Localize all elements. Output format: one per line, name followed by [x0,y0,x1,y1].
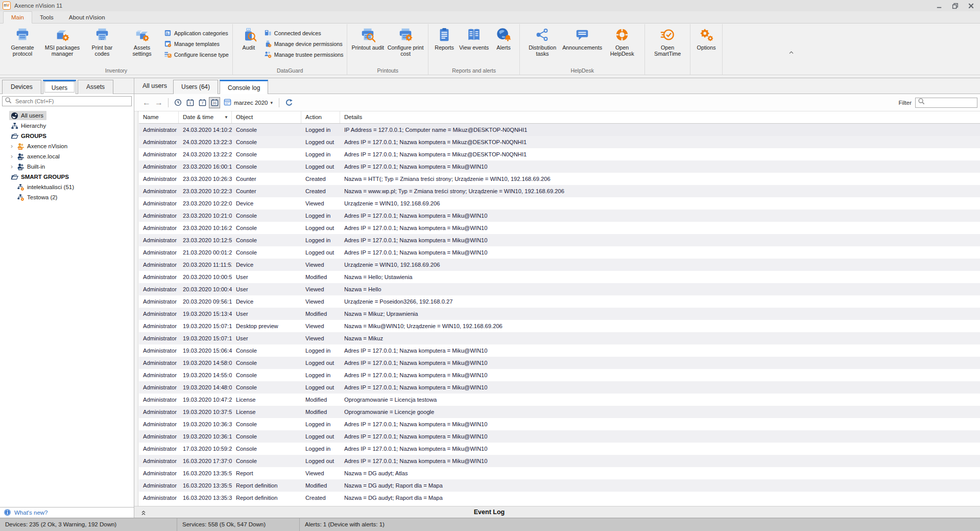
table-row[interactable]: Administrator24.03.2020 13:22:39ConsoleL… [139,136,980,148]
sidebar-tab-devices[interactable]: Devices [2,80,41,94]
printout-audit-button[interactable]: Printout audit [350,26,386,51]
audit-button[interactable]: Audit [235,26,262,51]
expand-chevron-icon[interactable]: › [8,163,15,170]
refresh-button[interactable] [283,97,294,108]
filter-input[interactable] [927,99,975,106]
tree-item-axence-nvision[interactable]: ›NVAxence nVision [0,141,134,151]
table-row[interactable]: Administrator19.03.2020 10:36:11ConsoleL… [139,430,980,443]
generate-protocol-button[interactable]: Generate protocol [3,26,42,57]
table-row[interactable]: Administrator23.03.2020 10:21:02ConsoleL… [139,210,980,222]
column-header-details[interactable]: Details [340,111,980,123]
ribbon-tab-tools[interactable]: Tools [32,12,61,24]
ribbon-group-label: DataGuard [233,67,347,75]
configure-print-cost-button[interactable]: Configure print cost [386,26,425,57]
ribbon-tab-about-nvision[interactable]: About nVision [61,12,113,24]
announcements-button[interactable]: Announcements [562,26,602,51]
range-month-button[interactable]: 31 [209,97,220,108]
filter-box[interactable] [915,98,977,108]
reports-button[interactable]: Reports [431,26,458,51]
column-header-object[interactable]: Object [232,111,301,123]
table-row[interactable]: Administrator23.03.2020 10:22:35CounterC… [139,185,980,197]
time-range-button[interactable] [172,97,183,108]
table-row[interactable]: Administrator23.03.2020 10:12:54ConsoleL… [139,234,980,246]
view-events-button[interactable]: View events [458,26,490,51]
tree-item-intelektualisci-51[interactable]: intelektualisci (51) [0,182,134,192]
sidebar-tab-users[interactable]: Users [43,80,76,94]
restore-button[interactable] [947,0,963,11]
manage-templates-button[interactable]: Manage templates [164,39,229,48]
table-row[interactable]: Administrator23.03.2020 10:26:38CounterC… [139,173,980,185]
table-row[interactable]: Administrator16.03.2020 13:35:33Report d… [139,492,980,504]
whats-new-link[interactable]: What's new? [0,507,134,518]
msi-packages-manager-button[interactable]: MSI packages manager [42,26,82,57]
table-row[interactable]: Administrator23.03.2020 10:22:03DeviceVi… [139,197,980,210]
ribbon-collapse-chevron[interactable] [787,49,795,56]
forward-button[interactable]: → [153,97,164,108]
cell-details: Nazwa = DG audyt; Raport dla = Mapa [340,479,980,492]
table-row[interactable]: Administrator19.03.2020 15:13:43UserModi… [139,308,980,320]
print-bar-codes-button[interactable]: Print bar codes [82,26,122,57]
tree-item-testowa-2[interactable]: Testowa (2) [0,192,134,202]
assets-settings-button[interactable]: Assets settings [122,26,162,57]
table-row[interactable]: Administrator19.03.2020 14:48:08ConsoleL… [139,381,980,394]
back-button[interactable]: ← [141,97,152,108]
table-row[interactable]: Administrator19.03.2020 10:47:20LicenseM… [139,394,980,406]
expand-chevron-icon[interactable]: › [8,153,15,160]
manage-trustee-permissions-button[interactable]: Manage trustee permissions [264,50,344,59]
table-row[interactable]: Administrator23.03.2020 10:16:25ConsoleL… [139,222,980,234]
table-row[interactable]: Administrator16.03.2020 13:35:56ReportVi… [139,467,980,479]
table-row[interactable]: Administrator16.03.2020 17:37:03ConsoleL… [139,455,980,467]
manage-device-permissions-button[interactable]: Manage device permissions [264,39,344,48]
table-row[interactable]: Administrator19.03.2020 15:07:13Desktop … [139,320,980,332]
main-tab-users-64[interactable]: Users (64) [173,80,218,94]
sidebar-search[interactable] [2,96,132,106]
minimize-button[interactable] [931,0,947,11]
range-day-button[interactable]: 1 [184,97,196,108]
application-categories-button[interactable]: Application categories [164,29,229,37]
tree-item-axence-local[interactable]: ›ADaxence.local [0,151,134,161]
column-header-action[interactable]: Action [301,111,340,123]
table-row[interactable]: Administrator19.03.2020 10:36:37ConsoleL… [139,418,980,430]
table-row[interactable]: Administrator20.03.2020 10:00:47UserView… [139,283,980,295]
table-row[interactable]: Administrator19.03.2020 14:58:08ConsoleL… [139,357,980,369]
tree-item-hierarchy[interactable]: Hierarchy [0,121,134,131]
alerts-button[interactable]: Alerts [490,26,517,51]
table-row[interactable]: Administrator19.03.2020 15:07:12UserView… [139,332,980,344]
table-row[interactable]: Administrator19.03.2020 10:37:54LicenseM… [139,406,980,418]
table-row[interactable]: Administrator24.03.2020 14:10:27ConsoleL… [139,124,980,136]
tree-item-groups[interactable]: GROUPS [0,131,134,141]
table-row[interactable]: Administrator20.03.2020 09:56:18DeviceVi… [139,295,980,308]
table-row[interactable]: Administrator20.03.2020 10:00:56UserModi… [139,271,980,283]
tree-item-smart-groups[interactable]: SMART GROUPS [0,172,134,182]
month-picker-dropdown[interactable]: marzec 2020 ▾ [221,97,276,108]
sidebar-search-input[interactable] [14,98,129,105]
table-row[interactable]: Administrator21.03.2020 00:01:26ConsoleL… [139,246,980,259]
expand-chevron-icon[interactable]: › [8,143,15,150]
open-helpdesk-button[interactable]: Open HelpDesk [602,26,642,57]
log-toolbar: ← → 1 7 31 marzec 2020 ▾ Filter [134,94,980,111]
column-header-date-time[interactable]: Date & time▼ [179,111,232,123]
table-row[interactable]: Administrator24.03.2020 13:22:25ConsoleL… [139,148,980,160]
table-row[interactable]: Administrator16.03.2020 13:35:50Report d… [139,479,980,492]
distribution-tasks-button[interactable]: Distribution tasks [522,26,562,57]
ribbon-tab-main[interactable]: Main [3,11,32,24]
open-smarttime-button[interactable]: Open SmartTime [648,26,687,57]
tree-item-built-in[interactable]: ›ADBuilt-in [0,161,134,172]
main-tab-console-log[interactable]: Console log [220,80,268,94]
table-row[interactable]: Administrator23.03.2020 16:00:18ConsoleL… [139,160,980,173]
range-week-button[interactable]: 7 [197,97,208,108]
configure-license-type-button[interactable]: Configure license type [164,50,229,59]
column-header-name[interactable]: Name [139,111,179,123]
connected-devices-button[interactable]: Connected devices [264,29,344,37]
options-button[interactable]: Options [693,26,720,51]
table-row[interactable]: Administrator17.03.2020 10:59:20ConsoleL… [139,443,980,455]
table-row[interactable]: Administrator19.03.2020 14:55:05ConsoleL… [139,369,980,381]
table-row[interactable]: Administrator20.03.2020 11:11:52DeviceVi… [139,259,980,271]
tree-item-all-users[interactable]: All users [0,110,134,121]
table-row[interactable]: Administrator19.03.2020 15:06:42ConsoleL… [139,344,980,357]
splitter-strip[interactable] [134,111,138,506]
ribbon-group-printouts: Printout auditConfigure print costPrinto… [347,24,428,75]
sidebar-tab-assets[interactable]: Assets [78,80,113,94]
close-button[interactable] [963,0,979,11]
sidebar-tab-bar: DevicesUsersAssets [0,78,134,94]
